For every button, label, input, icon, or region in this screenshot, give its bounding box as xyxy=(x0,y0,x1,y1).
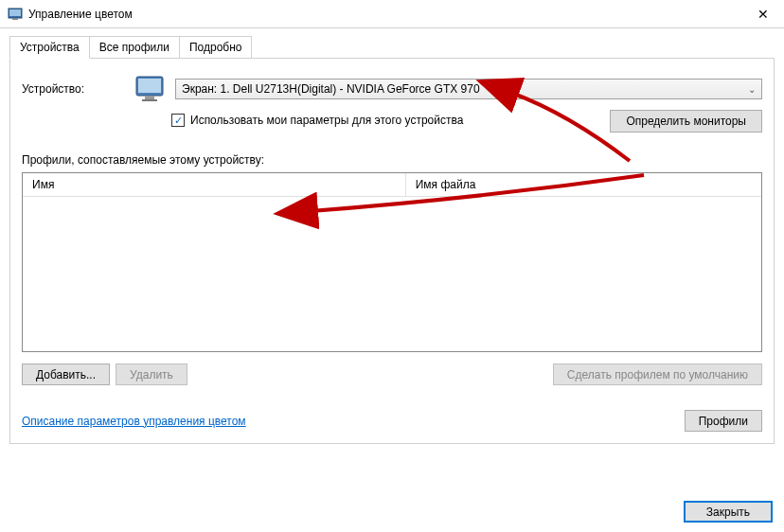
close-button[interactable]: Закрыть xyxy=(684,501,773,523)
device-row: Устройство: Экран: 1. Dell U2713H(Digita… xyxy=(22,76,762,102)
tab-devices[interactable]: Устройства xyxy=(9,36,90,59)
tab-details[interactable]: Подробно xyxy=(179,36,253,59)
remove-button: Удалить xyxy=(116,364,187,385)
window-close-button[interactable]: ✕ xyxy=(741,0,784,28)
column-filename[interactable]: Имя файла xyxy=(406,173,761,196)
profiles-table-header: Имя Имя файла xyxy=(23,173,761,197)
tab-bar: Устройства Все профили Подробно xyxy=(9,36,775,59)
device-dropdown[interactable]: Экран: 1. Dell U2713H(Digital) - NVIDIA … xyxy=(175,79,762,99)
device-label: Устройство: xyxy=(22,82,126,96)
column-name[interactable]: Имя xyxy=(23,173,406,196)
use-settings-label: Использовать мои параметры для этого уст… xyxy=(190,114,463,127)
color-management-help-link[interactable]: Описание параметров управления цветом xyxy=(22,415,246,428)
app-icon xyxy=(8,7,23,22)
window-title: Управление цветом xyxy=(28,8,741,21)
device-dropdown-value: Экран: 1. Dell U2713H(Digital) - NVIDIA … xyxy=(182,82,480,96)
svg-rect-6 xyxy=(142,99,157,101)
content-area: Устройства Все профили Подробно Устройст… xyxy=(0,28,784,452)
tab-panel: Устройство: Экран: 1. Dell U2713H(Digita… xyxy=(9,58,775,444)
profile-buttons-row: Добавить... Удалить Сделать профилем по … xyxy=(22,364,762,385)
add-button[interactable]: Добавить... xyxy=(22,364,110,385)
titlebar: Управление цветом ✕ xyxy=(0,0,784,28)
tab-all-profiles[interactable]: Все профили xyxy=(89,36,180,59)
bottom-bar: Закрыть xyxy=(684,501,773,523)
profiles-table[interactable]: Имя Имя файла xyxy=(22,172,762,352)
profiles-section-label: Профили, сопоставляемые этому устройству… xyxy=(22,153,762,167)
svg-rect-5 xyxy=(145,96,154,99)
close-icon: ✕ xyxy=(757,7,769,22)
set-default-button: Сделать профилем по умолчанию xyxy=(553,364,762,385)
use-settings-checkbox[interactable]: ✓ xyxy=(171,114,185,127)
svg-rect-4 xyxy=(138,79,161,93)
svg-rect-1 xyxy=(9,9,21,16)
monitor-icon xyxy=(135,76,166,102)
profiles-button[interactable]: Профили xyxy=(685,410,762,432)
identify-monitors-button[interactable]: Определить мониторы xyxy=(610,110,762,133)
link-row: Описание параметров управления цветом Пр… xyxy=(22,410,762,432)
svg-rect-2 xyxy=(12,18,18,20)
chevron-down-icon: ⌄ xyxy=(748,84,756,95)
